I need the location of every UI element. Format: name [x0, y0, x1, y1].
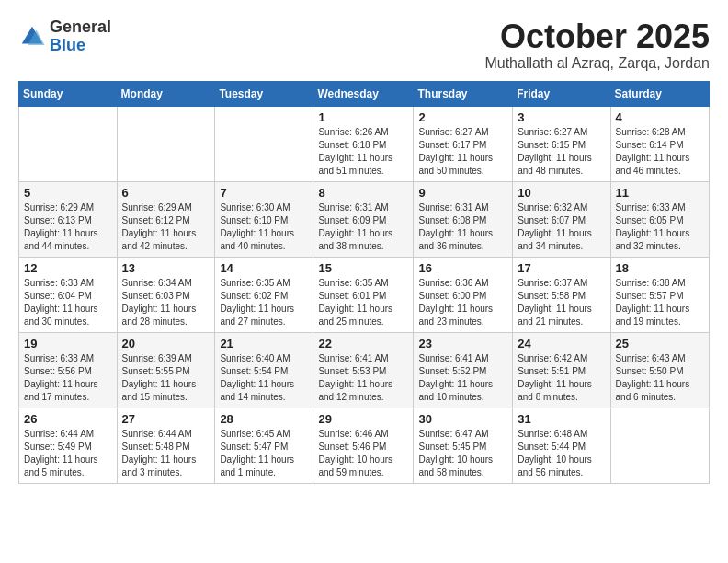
day-number: 20: [122, 337, 210, 350]
calendar-cell: [215, 106, 313, 181]
calendar-cell: 28Sunrise: 6:45 AM Sunset: 5:47 PM Dayli…: [215, 408, 313, 483]
calendar-week-4: 19Sunrise: 6:38 AM Sunset: 5:56 PM Dayli…: [19, 332, 710, 408]
calendar-header-wednesday: Wednesday: [313, 81, 414, 106]
cell-content: Sunrise: 6:42 AM Sunset: 5:51 PM Dayligh…: [518, 352, 605, 404]
calendar-cell: [117, 106, 215, 181]
day-number: 17: [518, 261, 605, 275]
cell-content: Sunrise: 6:35 AM Sunset: 6:02 PM Dayligh…: [220, 277, 308, 328]
logo-general-text: General: [50, 18, 111, 37]
day-number: 8: [318, 186, 408, 200]
day-number: 13: [122, 261, 210, 275]
day-number: 30: [418, 412, 507, 426]
cell-content: Sunrise: 6:44 AM Sunset: 5:49 PM Dayligh…: [24, 428, 112, 479]
title-area: October 2025 Muthallath al Azraq, Zarqa,…: [484, 18, 710, 72]
calendar-cell: 2Sunrise: 6:27 AM Sunset: 6:17 PM Daylig…: [414, 106, 513, 181]
day-number: 21: [220, 337, 308, 350]
calendar-cell: [610, 408, 709, 483]
calendar-cell: 7Sunrise: 6:30 AM Sunset: 6:10 PM Daylig…: [215, 181, 313, 257]
cell-content: Sunrise: 6:38 AM Sunset: 5:56 PM Dayligh…: [24, 352, 112, 404]
calendar-cell: 15Sunrise: 6:35 AM Sunset: 6:01 PM Dayli…: [313, 257, 414, 332]
day-number: 15: [318, 261, 408, 275]
calendar-week-2: 5Sunrise: 6:29 AM Sunset: 6:13 PM Daylig…: [19, 181, 710, 257]
day-number: 16: [418, 261, 507, 275]
calendar-cell: 14Sunrise: 6:35 AM Sunset: 6:02 PM Dayli…: [215, 257, 313, 332]
calendar-cell: 1Sunrise: 6:26 AM Sunset: 6:18 PM Daylig…: [313, 106, 414, 181]
calendar-header-row: SundayMondayTuesdayWednesdayThursdayFrid…: [19, 81, 710, 106]
calendar-cell: 20Sunrise: 6:39 AM Sunset: 5:55 PM Dayli…: [117, 332, 215, 408]
cell-content: Sunrise: 6:27 AM Sunset: 6:15 PM Dayligh…: [518, 126, 605, 178]
day-number: 9: [418, 186, 507, 200]
calendar-cell: 18Sunrise: 6:38 AM Sunset: 5:57 PM Dayli…: [610, 257, 709, 332]
day-number: 18: [616, 261, 704, 275]
day-number: 11: [616, 186, 704, 200]
calendar-header-tuesday: Tuesday: [215, 81, 313, 106]
calendar-cell: 17Sunrise: 6:37 AM Sunset: 5:58 PM Dayli…: [513, 257, 610, 332]
calendar-cell: 19Sunrise: 6:38 AM Sunset: 5:56 PM Dayli…: [19, 332, 118, 408]
day-number: 27: [122, 412, 210, 426]
day-number: 26: [24, 412, 112, 426]
calendar-header-thursday: Thursday: [414, 81, 513, 106]
calendar-header-friday: Friday: [513, 81, 610, 106]
day-number: 31: [518, 412, 605, 426]
calendar-cell: 11Sunrise: 6:33 AM Sunset: 6:05 PM Dayli…: [610, 181, 709, 257]
cell-content: Sunrise: 6:40 AM Sunset: 5:54 PM Dayligh…: [220, 352, 308, 404]
cell-content: Sunrise: 6:26 AM Sunset: 6:18 PM Dayligh…: [318, 126, 408, 178]
month-title: October 2025: [484, 18, 710, 55]
calendar-header-monday: Monday: [117, 81, 215, 106]
cell-content: Sunrise: 6:27 AM Sunset: 6:17 PM Dayligh…: [418, 126, 507, 178]
day-number: 29: [318, 412, 408, 426]
calendar-cell: 8Sunrise: 6:31 AM Sunset: 6:09 PM Daylig…: [313, 181, 414, 257]
calendar-cell: 10Sunrise: 6:32 AM Sunset: 6:07 PM Dayli…: [513, 181, 610, 257]
day-number: 1: [318, 110, 408, 124]
calendar-cell: 4Sunrise: 6:28 AM Sunset: 6:14 PM Daylig…: [610, 106, 709, 181]
day-number: 2: [418, 110, 507, 124]
day-number: 12: [24, 261, 112, 275]
logo-blue-text: Blue: [50, 37, 111, 55]
calendar-cell: 29Sunrise: 6:46 AM Sunset: 5:46 PM Dayli…: [313, 408, 414, 483]
cell-content: Sunrise: 6:46 AM Sunset: 5:46 PM Dayligh…: [318, 428, 408, 479]
cell-content: Sunrise: 6:48 AM Sunset: 5:44 PM Dayligh…: [518, 428, 605, 479]
day-number: 6: [122, 186, 210, 200]
calendar-header-sunday: Sunday: [19, 81, 118, 106]
calendar-cell: 23Sunrise: 6:41 AM Sunset: 5:52 PM Dayli…: [414, 332, 513, 408]
calendar-cell: 12Sunrise: 6:33 AM Sunset: 6:04 PM Dayli…: [19, 257, 118, 332]
calendar-cell: 5Sunrise: 6:29 AM Sunset: 6:13 PM Daylig…: [19, 181, 118, 257]
calendar-cell: 31Sunrise: 6:48 AM Sunset: 5:44 PM Dayli…: [513, 408, 610, 483]
cell-content: Sunrise: 6:36 AM Sunset: 6:00 PM Dayligh…: [418, 277, 507, 328]
calendar-cell: 26Sunrise: 6:44 AM Sunset: 5:49 PM Dayli…: [19, 408, 118, 483]
cell-content: Sunrise: 6:37 AM Sunset: 5:58 PM Dayligh…: [518, 277, 605, 328]
cell-content: Sunrise: 6:38 AM Sunset: 5:57 PM Dayligh…: [616, 277, 704, 328]
calendar-cell: 3Sunrise: 6:27 AM Sunset: 6:15 PM Daylig…: [513, 106, 610, 181]
cell-content: Sunrise: 6:44 AM Sunset: 5:48 PM Dayligh…: [122, 428, 210, 479]
day-number: 10: [518, 186, 605, 200]
calendar-cell: 25Sunrise: 6:43 AM Sunset: 5:50 PM Dayli…: [610, 332, 709, 408]
day-number: 19: [24, 337, 112, 350]
cell-content: Sunrise: 6:35 AM Sunset: 6:01 PM Dayligh…: [318, 277, 408, 328]
calendar-cell: 30Sunrise: 6:47 AM Sunset: 5:45 PM Dayli…: [414, 408, 513, 483]
calendar-cell: 13Sunrise: 6:34 AM Sunset: 6:03 PM Dayli…: [117, 257, 215, 332]
day-number: 5: [24, 186, 112, 200]
cell-content: Sunrise: 6:41 AM Sunset: 5:52 PM Dayligh…: [418, 352, 507, 404]
cell-content: Sunrise: 6:39 AM Sunset: 5:55 PM Dayligh…: [122, 352, 210, 404]
cell-content: Sunrise: 6:33 AM Sunset: 6:05 PM Dayligh…: [616, 201, 704, 253]
cell-content: Sunrise: 6:45 AM Sunset: 5:47 PM Dayligh…: [220, 428, 308, 479]
day-number: 22: [318, 337, 408, 350]
location-title: Muthallath al Azraq, Zarqa, Jordan: [484, 55, 710, 72]
day-number: 24: [518, 337, 605, 350]
day-number: 28: [220, 412, 308, 426]
cell-content: Sunrise: 6:29 AM Sunset: 6:13 PM Dayligh…: [24, 201, 112, 253]
cell-content: Sunrise: 6:41 AM Sunset: 5:53 PM Dayligh…: [318, 352, 408, 404]
cell-content: Sunrise: 6:30 AM Sunset: 6:10 PM Dayligh…: [220, 201, 308, 253]
day-number: 3: [518, 110, 605, 124]
cell-content: Sunrise: 6:47 AM Sunset: 5:45 PM Dayligh…: [418, 428, 507, 479]
day-number: 7: [220, 186, 308, 200]
calendar-week-5: 26Sunrise: 6:44 AM Sunset: 5:49 PM Dayli…: [19, 408, 710, 483]
day-number: 4: [616, 110, 704, 124]
cell-content: Sunrise: 6:33 AM Sunset: 6:04 PM Dayligh…: [24, 277, 112, 328]
calendar-cell: [19, 106, 118, 181]
calendar-body: 1Sunrise: 6:26 AM Sunset: 6:18 PM Daylig…: [19, 106, 710, 483]
logo: General Blue: [18, 18, 111, 55]
page-header: General Blue October 2025 Muthallath al …: [18, 18, 710, 72]
calendar-cell: 21Sunrise: 6:40 AM Sunset: 5:54 PM Dayli…: [215, 332, 313, 408]
calendar-cell: 22Sunrise: 6:41 AM Sunset: 5:53 PM Dayli…: [313, 332, 414, 408]
